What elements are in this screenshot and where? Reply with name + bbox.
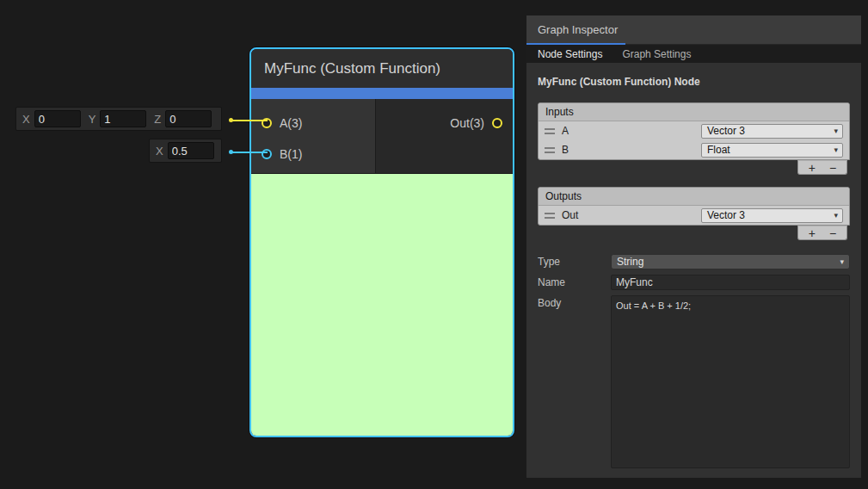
vector3-y-label: Y	[89, 113, 96, 126]
name-field[interactable]	[611, 275, 850, 290]
output-out-type-dropdown[interactable]: Vector 3 ▾	[701, 208, 843, 223]
port-a-label: A(3)	[280, 116, 302, 130]
outputs-row-out[interactable]: Out Vector 3 ▾	[539, 206, 849, 225]
add-output-button[interactable]: +	[809, 227, 816, 239]
output-out-type-value: Vector 3	[707, 209, 745, 221]
vector3-z-label: Z	[154, 113, 161, 126]
drag-handle-icon[interactable]	[545, 213, 555, 219]
float-x-label: X	[156, 145, 163, 158]
outputs-list-controls: + −	[797, 226, 847, 240]
inputs-list-controls: + −	[797, 160, 847, 175]
vector3-y-group: Y	[89, 110, 147, 127]
input-b-name: B	[555, 144, 701, 156]
vector3-output-dot-icon[interactable]	[229, 118, 233, 122]
vector3-y-field[interactable]	[100, 110, 146, 127]
input-a-name: A	[555, 125, 701, 137]
edge-float-to-b[interactable]	[231, 152, 268, 153]
tab-graph-settings[interactable]: Graph Settings	[622, 48, 691, 60]
inspector-body: MyFunc (Custom Function) Node Inputs A V…	[526, 63, 861, 468]
name-property-row: Name	[538, 275, 850, 290]
outputs-list-footer: + −	[538, 226, 850, 240]
remove-input-button[interactable]: −	[829, 162, 836, 174]
node-port-section: A(3) B(1) Out(3)	[251, 99, 513, 174]
port-out-connector-icon[interactable]	[492, 118, 502, 128]
drag-handle-icon[interactable]	[545, 147, 555, 153]
chevron-down-icon: ▾	[834, 146, 838, 154]
vector3-z-field[interactable]	[165, 110, 212, 127]
outputs-list-header: Outputs	[539, 188, 849, 206]
node-output-ports: Out(3)	[376, 99, 513, 173]
inspector-tab-bar: Node Settings Graph Settings	[526, 45, 861, 63]
float-x-field[interactable]	[168, 142, 214, 159]
float-output-dot-icon[interactable]	[229, 150, 233, 154]
edge-vector3-to-a[interactable]	[231, 120, 268, 121]
inspected-node-heading: MyFunc (Custom Function) Node	[538, 76, 850, 88]
active-window-tab-indicator	[526, 43, 625, 45]
node-title: MyFunc (Custom Function)	[264, 60, 440, 77]
custom-function-node[interactable]: MyFunc (Custom Function) A(3) B(1) Out(3…	[249, 47, 514, 437]
type-value: String	[617, 256, 643, 268]
chevron-down-icon: ▾	[834, 212, 838, 220]
inputs-list: Inputs A Vector 3 ▾ B Float ▾	[538, 102, 850, 160]
input-b-type-dropdown[interactable]: Float ▾	[701, 143, 843, 158]
graph-inspector-panel: Graph Inspector Node Settings Graph Sett…	[526, 15, 861, 478]
type-property-row: Type String ▾	[538, 254, 850, 269]
input-b-type-value: Float	[707, 144, 730, 156]
node-input-ports: A(3) B(1)	[251, 99, 376, 173]
port-b-connector-icon[interactable]	[262, 149, 272, 159]
port-row-a: A(3)	[251, 108, 375, 139]
inputs-list-header: Inputs	[539, 103, 849, 121]
input-a-type-dropdown[interactable]: Vector 3 ▾	[701, 124, 843, 139]
vector3-x-field[interactable]	[34, 110, 81, 127]
node-preview	[251, 174, 513, 436]
drag-handle-icon[interactable]	[545, 128, 555, 134]
inputs-list-footer: + −	[538, 160, 850, 175]
type-label: Type	[538, 254, 611, 268]
input-a-type-value: Vector 3	[707, 125, 745, 137]
float-x-group: X	[156, 142, 214, 159]
chevron-down-icon: ▾	[840, 258, 844, 266]
graph-inspector-header[interactable]: Graph Inspector	[526, 15, 861, 45]
vector3-x-label: X	[22, 113, 30, 126]
port-out-label: Out(3)	[450, 116, 484, 130]
graph-inspector-title: Graph Inspector	[538, 23, 618, 36]
vector3-z-group: Z	[154, 110, 212, 127]
type-dropdown[interactable]: String ▾	[611, 254, 850, 269]
inputs-row-a[interactable]: A Vector 3 ▾	[539, 121, 849, 140]
body-property-row: Body Out = A + B + 1/2;	[538, 295, 850, 468]
port-row-b: B(1)	[251, 139, 375, 170]
vector3-input-widget: X Y Z	[15, 107, 222, 131]
node-accent-bar	[251, 88, 513, 99]
body-label: Body	[538, 295, 611, 309]
node-title-bar[interactable]: MyFunc (Custom Function)	[251, 49, 513, 88]
outputs-list: Outputs Out Vector 3 ▾	[538, 187, 850, 226]
chevron-down-icon: ▾	[834, 127, 838, 135]
port-row-out: Out(3)	[376, 108, 513, 139]
port-b-label: B(1)	[280, 147, 302, 161]
vector3-x-group: X	[22, 110, 81, 127]
output-out-name: Out	[555, 209, 701, 221]
inputs-row-b[interactable]: B Float ▾	[539, 140, 849, 159]
remove-output-button[interactable]: −	[829, 227, 836, 239]
add-input-button[interactable]: +	[809, 162, 816, 174]
name-label: Name	[538, 275, 611, 288]
tab-node-settings[interactable]: Node Settings	[538, 48, 602, 60]
body-field[interactable]: Out = A + B + 1/2;	[611, 295, 850, 468]
float-input-widget: X	[149, 139, 222, 163]
